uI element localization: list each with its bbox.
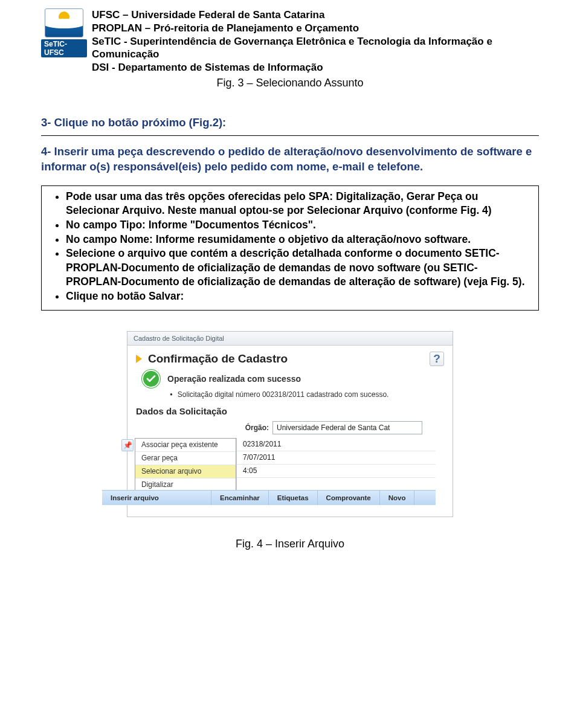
- step-4-paragraph: 4- Inserir uma peça descrevendo o pedido…: [41, 144, 539, 175]
- header-line-3: SeTIC - Superintendência de Governança E…: [92, 35, 539, 62]
- box-intro: Pode usar uma das três opções oferecidas…: [66, 190, 532, 218]
- page-header: SeTIC-UFSC UFSC – Universidade Federal d…: [41, 8, 539, 74]
- context-menu: Associar peça existente Gerar peça Selec…: [135, 438, 236, 492]
- divider: [41, 135, 539, 136]
- orgao-label: Órgão:: [136, 424, 269, 432]
- header-lines: UFSC – Universidade Federal de Santa Cat…: [87, 8, 539, 74]
- success-message: Solicitação digital número 002318/2011 c…: [170, 390, 444, 399]
- logo-mark: [45, 8, 83, 37]
- box-bullet-4: Clique no botão Salvar:: [66, 289, 532, 304]
- figure-3-caption: Fig. 3 – Selecionando Assunto: [41, 77, 539, 89]
- partial-fields: 02318/2011 7/07/2011 4:05: [236, 438, 436, 490]
- toolbar-comprovante[interactable]: Comprovante: [318, 491, 380, 505]
- help-button[interactable]: ?: [430, 352, 444, 366]
- ctx-item-associar[interactable]: Associar peça existente: [135, 439, 236, 452]
- header-line-1: UFSC – Universidade Federal de Santa Cat…: [92, 8, 539, 22]
- pin-icon[interactable]: 📌: [121, 439, 134, 451]
- success-row: Operação realizada com sucesso: [142, 370, 444, 388]
- setic-ufsc-logo: SeTIC-UFSC: [41, 8, 87, 57]
- action-toolbar: Inserir arquivo Encaminhar Etiquetas Com…: [102, 490, 436, 505]
- toolbar-encaminhar[interactable]: Encaminhar: [211, 491, 269, 505]
- toolbar-inserir-arquivo[interactable]: Inserir arquivo: [102, 491, 211, 505]
- logo-text: SeTIC-UFSC: [41, 39, 87, 57]
- success-title: Operação realizada com sucesso: [167, 374, 301, 384]
- toolbar-etiquetas[interactable]: Etiquetas: [269, 491, 318, 505]
- ctx-item-selecionar[interactable]: Selecionar arquivo: [135, 465, 236, 478]
- header-line-4: DSI - Departamento de Sistemas de Inform…: [92, 61, 539, 74]
- confirmation-title-row: Confirmação de Cadastro ?: [136, 352, 444, 366]
- section-title: Dados da Solicitação: [136, 406, 444, 416]
- ctx-item-digitalizar[interactable]: Digitalizar: [135, 478, 236, 491]
- instruction-box: Pode usar uma das três opções oferecidas…: [41, 185, 539, 311]
- stub-data: 7/07/2011: [237, 451, 436, 465]
- box-bullet-3: Selecione o arquivo que contém a descriç…: [66, 246, 532, 289]
- success-check-icon: [142, 370, 160, 388]
- toolbar-novo[interactable]: Novo: [380, 491, 415, 505]
- ctx-item-gerar[interactable]: Gerar peça: [135, 452, 236, 465]
- confirmation-title: Confirmação de Cadastro: [148, 352, 430, 366]
- breadcrumb: Cadastro de Solicitação Digital: [127, 332, 453, 346]
- stub-hora: 4:05: [237, 465, 436, 478]
- header-line-2: PROPLAN – Pró-reitoria de Planejamento e…: [92, 22, 539, 35]
- figure-4-caption: Fig. 4 – Inserir Arquivo: [41, 538, 539, 550]
- step-3-heading: 3- Clique no botão próximo (Fig.2):: [41, 116, 539, 129]
- box-bullet-1: No campo Tipo: Informe "Documentos Técni…: [66, 218, 532, 233]
- orgao-field[interactable]: Universidade Federal de Santa Cat: [272, 421, 422, 434]
- caret-right-icon: [136, 355, 142, 363]
- orgao-row: Órgão: Universidade Federal de Santa Cat: [136, 421, 444, 434]
- stub-numero: 02318/2011: [237, 438, 436, 451]
- spa-screenshot: Cadastro de Solicitação Digital Confirma…: [127, 331, 453, 517]
- box-bullet-2: No campo Nome: Informe resumidamente o o…: [66, 233, 532, 247]
